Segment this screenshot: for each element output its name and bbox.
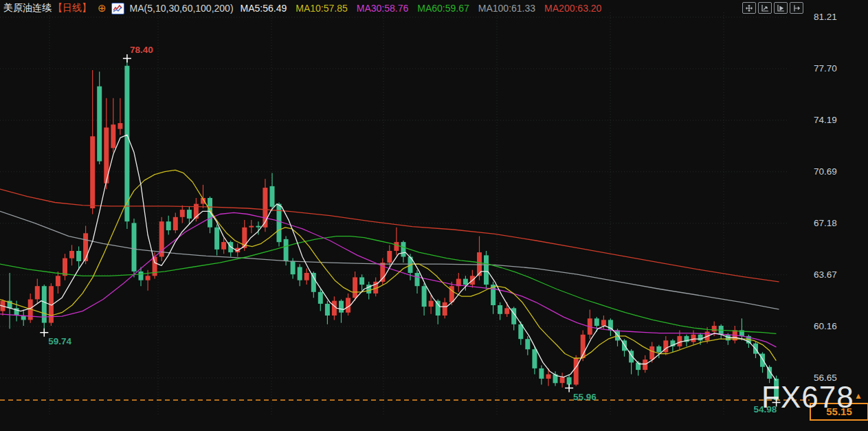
ma5-value: MA5:56.49 — [241, 3, 287, 14]
crosshair-move-icon[interactable] — [742, 2, 756, 14]
chart-header: 美原油连续 【日线】 ⊕ MA(5,10,30,60,100,200) MA5:… — [3, 2, 610, 14]
swing-price-label: 78.40 — [130, 45, 153, 55]
candlestick-chart-canvas[interactable] — [0, 0, 868, 431]
symbol-title: 美原油连续 — [3, 2, 52, 14]
price-axis-tick: 67.18 — [814, 218, 854, 228]
chart-toolbar — [742, 2, 803, 14]
price-up-arrow-icon[interactable]: ▲ — [854, 391, 863, 401]
ma60-value: MA60:59.67 — [417, 3, 469, 14]
ma200-value: MA200:63.20 — [544, 3, 601, 14]
ma100-value: MA100:61.33 — [478, 3, 535, 14]
axis-play-icon[interactable] — [774, 2, 788, 14]
axis-zoom-icon[interactable] — [758, 2, 772, 14]
price-axis-tick: 77.70 — [814, 63, 854, 74]
add-indicator-icon[interactable]: ⊕ — [98, 3, 107, 13]
price-axis-tick: 70.69 — [814, 166, 854, 177]
chart-logo-icon[interactable] — [111, 3, 124, 14]
chart-window: 美原油连续 【日线】 ⊕ MA(5,10,30,60,100,200) MA5:… — [0, 0, 868, 431]
swing-price-label: 55.96 — [573, 392, 597, 402]
price-axis-tick: 74.19 — [814, 115, 854, 125]
ma30-value: MA30:58.76 — [357, 3, 409, 14]
fx678-watermark: FX678 — [761, 380, 854, 415]
swing-price-label: 59.74 — [48, 336, 71, 346]
price-axis-tick: 60.16 — [814, 321, 854, 331]
period-label[interactable]: 【日线】 — [53, 2, 91, 14]
price-axis-tick: 63.67 — [814, 269, 854, 280]
price-axis-tick: 81.21 — [814, 12, 854, 22]
ma10-value: MA10:57.85 — [296, 3, 348, 14]
ma-params-label: MA(5,10,30,60,100,200) — [130, 3, 234, 14]
snap-right-icon[interactable] — [790, 2, 803, 14]
